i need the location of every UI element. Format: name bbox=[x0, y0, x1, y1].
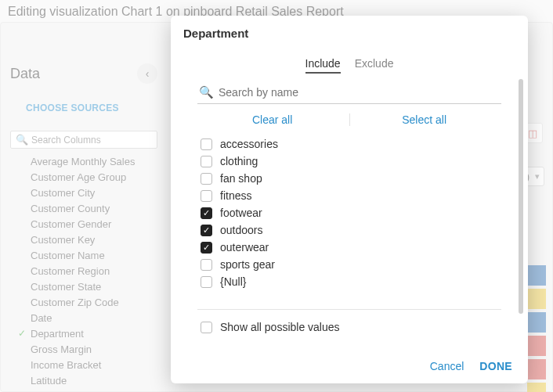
filter-option[interactable]: sports gear bbox=[201, 256, 501, 273]
option-checkbox[interactable] bbox=[201, 259, 212, 271]
filter-search-input[interactable] bbox=[219, 86, 500, 99]
filter-option[interactable]: {Null} bbox=[201, 273, 501, 290]
option-checkbox[interactable] bbox=[201, 138, 212, 150]
tab-include[interactable]: Include bbox=[305, 57, 341, 74]
option-label: footwear bbox=[220, 207, 262, 219]
filter-option[interactable]: fitness bbox=[201, 187, 501, 204]
option-checkbox[interactable] bbox=[201, 173, 212, 185]
option-checkbox[interactable] bbox=[201, 190, 212, 202]
option-checkbox[interactable] bbox=[201, 242, 212, 254]
option-checkbox[interactable] bbox=[201, 156, 212, 167]
option-label: {Null} bbox=[220, 275, 246, 288]
show-all-label: Show all possible values bbox=[220, 321, 340, 333]
filter-option[interactable]: fan shop bbox=[201, 170, 501, 187]
clear-all-link[interactable]: Clear all bbox=[252, 113, 292, 126]
filter-option[interactable]: footwear bbox=[201, 204, 501, 221]
option-label: outdoors bbox=[220, 224, 262, 236]
option-label: accessories bbox=[220, 138, 278, 150]
filter-search-field[interactable]: 🔍 bbox=[197, 81, 501, 104]
app-root: Editing visualization Chart 1 on pinboar… bbox=[0, 0, 553, 392]
filter-option[interactable]: outerwear bbox=[201, 239, 501, 256]
filter-option[interactable]: accessories bbox=[201, 135, 501, 153]
option-label: clothing bbox=[220, 155, 258, 167]
option-label: fan shop bbox=[220, 172, 262, 185]
option-checkbox[interactable] bbox=[201, 276, 212, 288]
modal-title: Department bbox=[171, 16, 528, 48]
option-label: sports gear bbox=[220, 258, 275, 271]
modal-scrollbar[interactable] bbox=[519, 79, 523, 314]
option-checkbox[interactable] bbox=[201, 207, 212, 219]
option-label: fitness bbox=[220, 189, 251, 202]
include-exclude-tabs: Include Exclude bbox=[197, 54, 501, 81]
filter-option[interactable]: clothing bbox=[201, 153, 501, 170]
tab-exclude[interactable]: Exclude bbox=[355, 57, 394, 74]
select-all-link[interactable]: Select all bbox=[402, 113, 446, 126]
divider bbox=[197, 309, 501, 310]
filter-modal: Department Include Exclude 🔍 Clear all S… bbox=[171, 16, 528, 383]
search-icon: 🔍 bbox=[199, 85, 214, 99]
option-label: outerwear bbox=[220, 241, 269, 254]
filter-option[interactable]: outdoors bbox=[201, 221, 501, 239]
cancel-button[interactable]: Cancel bbox=[430, 360, 464, 372]
done-button[interactable]: DONE bbox=[479, 360, 512, 372]
filter-options-list: accessoriesclothingfan shopfitnessfootwe… bbox=[197, 134, 501, 290]
option-checkbox[interactable] bbox=[201, 225, 212, 236]
show-all-checkbox[interactable] bbox=[201, 322, 212, 333]
show-all-row[interactable]: Show all possible values bbox=[197, 321, 501, 333]
